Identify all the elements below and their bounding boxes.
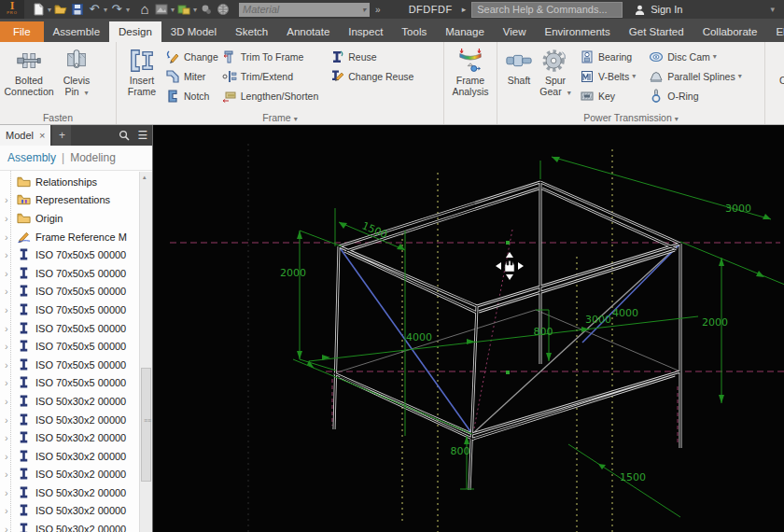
ribbon-tab-inspect[interactable]: Inspect xyxy=(339,21,392,42)
expand-chevron-icon[interactable]: › xyxy=(5,341,15,352)
titlebar-dropdown[interactable]: ▾ xyxy=(770,5,775,14)
scroll-up-icon[interactable]: ▴ xyxy=(143,174,147,181)
expand-chevron-icon[interactable]: › xyxy=(5,432,15,443)
new-file-dropdown[interactable]: ▾ xyxy=(48,6,51,14)
ribbon-tab-elect[interactable]: Elect xyxy=(766,21,784,42)
render-dropdown[interactable]: ▾ xyxy=(171,6,175,14)
parallel-splines-dropdown[interactable]: ▾ xyxy=(738,72,742,80)
material-dropdown[interactable]: Material ▾ xyxy=(239,3,370,17)
disc-cam-dropdown[interactable]: ▾ xyxy=(713,52,717,61)
v-belts-dropdown[interactable]: ▾ xyxy=(632,72,636,80)
sign-in-button[interactable]: Sign In xyxy=(634,4,682,16)
expand-chevron-icon[interactable]: › xyxy=(5,505,15,516)
expand-arrow-icon[interactable]: ▸ xyxy=(462,5,467,14)
expand-chevron-icon[interactable]: › xyxy=(5,377,15,388)
compression-spring-button[interactable]: Comp xyxy=(770,46,784,87)
add-browser-tab-button[interactable]: + xyxy=(52,125,71,146)
ribbon-tab-collaborate[interactable]: Collaborate xyxy=(693,21,767,42)
globe-icon[interactable] xyxy=(216,2,231,17)
expand-chevron-icon[interactable]: › xyxy=(5,469,15,480)
insert-frame-button[interactable]: Insert Frame xyxy=(121,46,162,97)
scrollbar-thumb[interactable]: ≡≡ xyxy=(141,368,151,482)
redo-dropdown[interactable]: ▾ xyxy=(126,6,130,14)
tree-item-frame-reference-m[interactable]: ›Frame Reference M xyxy=(0,228,152,246)
tree-item-iso-50x30x2-00000[interactable]: ›ISO 50x30x2 00000 xyxy=(0,502,152,521)
tree-item-relationships[interactable]: Relationships xyxy=(0,173,152,191)
browser-search-button[interactable] xyxy=(115,125,133,146)
bolted-connection-button[interactable]: Bolted Connection xyxy=(5,46,53,97)
close-icon[interactable]: × xyxy=(39,130,45,141)
frame-panel-dropdown[interactable]: ▾ xyxy=(294,115,298,123)
notch-button[interactable]: Notch xyxy=(165,86,218,105)
ribbon-tab-view[interactable]: View xyxy=(494,21,536,42)
dimension-label[interactable]: 3000 xyxy=(725,203,751,215)
appearance-dropdown[interactable]: ▾ xyxy=(193,6,197,14)
frame-analysis-button[interactable]: Frame Analysis xyxy=(449,46,492,97)
undo-dropdown[interactable]: ▾ xyxy=(104,6,107,14)
modeling-mode-link[interactable]: Modeling xyxy=(70,151,116,164)
expand-chevron-icon[interactable]: › xyxy=(5,414,15,426)
expand-chevron-icon[interactable]: › xyxy=(5,268,15,279)
ribbon-tab-file[interactable]: File xyxy=(0,21,44,42)
new-file-icon[interactable] xyxy=(31,2,46,17)
shaft-button[interactable]: Shaft xyxy=(502,46,536,87)
parallel-splines-button[interactable]: Parallel Splines ▾ xyxy=(649,66,741,86)
browser-scrollbar[interactable]: ▴ ≡≡ xyxy=(139,172,152,532)
spur-gear-dropdown[interactable]: ▾ xyxy=(567,89,571,97)
tree-item-origin[interactable]: ›Origin xyxy=(0,209,152,228)
open-icon[interactable] xyxy=(53,2,68,17)
dimension-label[interactable]: 800 xyxy=(534,326,553,338)
tree-item-iso-50x30x2-00000[interactable]: ›ISO 50x30x2 00000 xyxy=(0,428,152,447)
expand-chevron-icon[interactable]: › xyxy=(5,213,15,224)
trim-to-frame-button[interactable]: Trim To Frame xyxy=(222,47,319,66)
ribbon-tab-manage[interactable]: Manage xyxy=(436,21,494,42)
lengthen-shorten-button[interactable]: Lengthen/Shorten xyxy=(222,86,319,105)
ribbon-tab-tools[interactable]: Tools xyxy=(392,21,436,42)
tree-item-iso-50x30x2-00000[interactable]: ›ISO 50x30x2 00000 xyxy=(0,411,152,429)
tree-item-iso-70x50x5-00000[interactable]: ›ISO 70x50x5 00000 xyxy=(0,283,152,301)
tree-item-iso-50x30x2-00000[interactable]: ›ISO 50x30x2 00000 xyxy=(0,483,152,502)
dimension-label[interactable]: 2000 xyxy=(280,267,306,279)
clevis-pin-button[interactable]: Clevis Pin ▾ xyxy=(55,46,98,98)
ribbon-tab-environments[interactable]: Environments xyxy=(536,21,620,42)
tree-item-iso-50x30x2-00000[interactable]: ›ISO 50x30x2 00000 xyxy=(0,392,152,411)
reuse-button[interactable]: Reuse xyxy=(329,47,413,66)
material-sphere-icon[interactable] xyxy=(199,2,214,17)
dimension-label[interactable]: 4000 xyxy=(406,331,432,343)
ribbon-tab-assemble[interactable]: Assemble xyxy=(44,21,110,42)
search-input[interactable]: Search Help & Commands... xyxy=(471,2,623,18)
tree-item-iso-70x50x5-00000[interactable]: ›ISO 70x50x5 00000 xyxy=(0,264,152,283)
key-button[interactable]: Key xyxy=(580,86,636,105)
tree-item-iso-70x50x5-00000[interactable]: ›ISO 70x50x5 00000 xyxy=(0,337,152,356)
miter-button[interactable]: Miter xyxy=(165,66,218,86)
o-ring-button[interactable]: O-Ring xyxy=(649,86,741,105)
undo-icon[interactable]: ↶ xyxy=(87,2,102,17)
tree-item-iso-70x50x5-00000[interactable]: ›ISO 70x50x5 00000 xyxy=(0,245,152,264)
tree-item-iso-50x30x2-00000[interactable]: ›ISO 50x30x2 00000 xyxy=(0,447,152,466)
expand-chevron-icon[interactable]: › xyxy=(5,286,15,297)
ribbon-tab-3d-model[interactable]: 3D Model xyxy=(161,21,226,42)
trim-extend-button[interactable]: Trim/Extend xyxy=(222,66,319,86)
ribbon-tab-get-started[interactable]: Get Started xyxy=(620,21,693,42)
spur-gear-button[interactable]: Spur Gear ▾ xyxy=(538,46,573,98)
ribbon-tab-annotate[interactable]: Annotate xyxy=(277,21,339,42)
expand-chevron-icon[interactable]: › xyxy=(5,396,15,407)
power-transmission-panel-dropdown[interactable]: ▾ xyxy=(675,115,679,123)
expand-chevron-icon[interactable]: › xyxy=(5,323,15,334)
bearing-button[interactable]: Bearing xyxy=(580,47,636,66)
ribbon-tab-sketch[interactable]: Sketch xyxy=(226,21,277,42)
tree-item-iso-70x50x5-00000[interactable]: ›ISO 70x50x5 00000 xyxy=(0,356,152,374)
toolbar-overflow-icon[interactable]: » xyxy=(375,5,381,15)
home-icon[interactable]: ⌂ xyxy=(137,2,152,17)
dimension-label[interactable]: 2000 xyxy=(702,316,728,329)
browser-tab-model[interactable]: Model × xyxy=(0,125,50,146)
disc-cam-button[interactable]: Disc Cam ▾ xyxy=(649,47,741,66)
browser-menu-button[interactable]: ☰ xyxy=(133,125,152,146)
dimension-label[interactable]: 800 xyxy=(451,445,470,457)
v-belts-button[interactable]: V-Belts ▾ xyxy=(580,66,636,86)
change-button[interactable]: Change xyxy=(165,47,218,66)
dimension-label[interactable]: 3000 xyxy=(585,314,611,326)
change-reuse-button[interactable]: Change Reuse xyxy=(329,66,413,86)
power-transmission-panel-label[interactable]: Power Transmission ▾ xyxy=(497,112,764,123)
tree-item-iso-50x30x2-00000[interactable]: ›ISO 50x30x2 00000 xyxy=(0,466,152,484)
